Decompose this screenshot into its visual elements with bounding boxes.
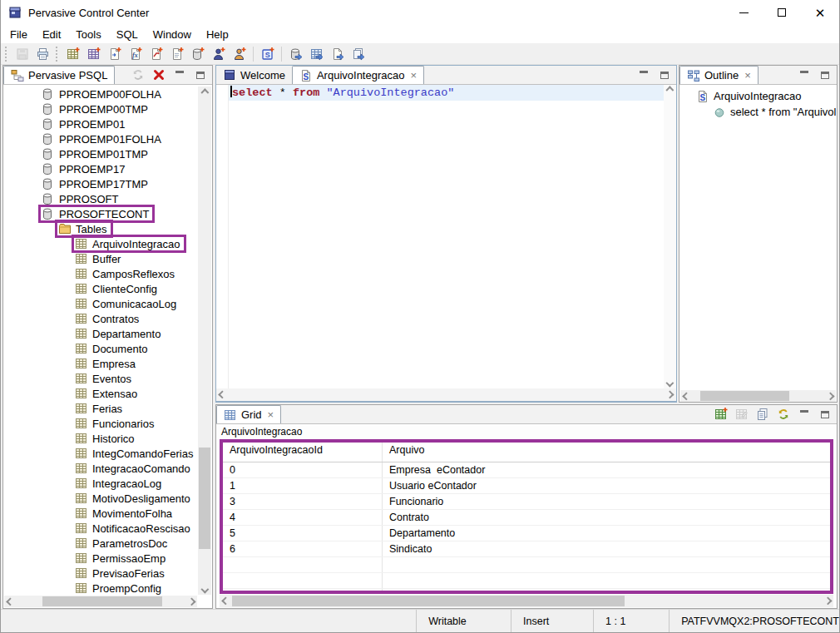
grid-row[interactable]: 6Sindicato xyxy=(223,542,830,557)
outline-item[interactable]: S ArquivoIntegracao xyxy=(679,88,837,104)
menu-tools[interactable]: Tools xyxy=(68,27,108,42)
tab-arquivointegracao[interactable]: S ArquivoIntegracao × xyxy=(292,66,424,84)
new-database-button[interactable] xyxy=(187,45,208,63)
tree-item[interactable]: PPROEMP01FOLHA xyxy=(3,131,197,146)
panel-minimize-button[interactable] xyxy=(797,67,812,82)
grid-horizontal-scrollbar[interactable] xyxy=(220,595,833,607)
tree-item[interactable]: NotificacaoRescisao xyxy=(3,521,197,536)
export-document-button[interactable] xyxy=(327,45,348,63)
grid-cell[interactable] xyxy=(223,557,383,572)
tree-item[interactable]: IntegComandoFerias xyxy=(3,446,197,461)
tab-pervasive-psql[interactable]: Pervasive PSQL xyxy=(3,66,115,84)
grid-cell[interactable]: 0 xyxy=(223,462,383,477)
grid-cell[interactable]: 6 xyxy=(223,542,383,556)
new-procedure-button[interactable] xyxy=(166,45,187,63)
new-table-button[interactable] xyxy=(62,45,83,63)
scroll-right-arrow[interactable] xyxy=(822,595,833,607)
grid-row[interactable]: 1Usuario eContador xyxy=(223,478,830,494)
tree-item[interactable]: Funcionarios xyxy=(3,416,197,431)
panel-maximize-button[interactable] xyxy=(657,67,672,82)
tree-item[interactable]: PermissaoEmp xyxy=(3,551,197,566)
tree-item[interactable]: Empresa xyxy=(3,356,197,371)
grid-cell[interactable]: Contrato xyxy=(383,510,830,525)
editor-horizontal-scrollbar[interactable] xyxy=(216,388,676,401)
tree-item[interactable]: ComunicacaoLog xyxy=(3,296,197,311)
tree-horizontal-scrollbar[interactable] xyxy=(4,596,197,607)
new-group-button[interactable] xyxy=(229,45,250,63)
copy-button[interactable] xyxy=(755,407,770,422)
menu-file[interactable]: File xyxy=(2,27,35,42)
tree-item[interactable]: PrevisaoFerias xyxy=(3,566,197,581)
stop-button[interactable] xyxy=(151,67,166,82)
tree-item[interactable]: Extensao xyxy=(3,386,197,401)
panel-maximize-button[interactable] xyxy=(818,67,833,82)
grid-column-header[interactable]: ArquivoIntegracaoId xyxy=(223,443,383,462)
tree-item[interactable]: Contratos xyxy=(3,311,197,326)
scroll-up-arrow[interactable] xyxy=(198,87,211,98)
grid-empty-row[interactable] xyxy=(223,573,830,589)
scroll-down-arrow[interactable] xyxy=(198,583,211,595)
tab-grid[interactable]: Grid × xyxy=(216,405,281,423)
grid-cell[interactable]: 4 xyxy=(223,510,383,525)
grid-cell[interactable]: Sindicato xyxy=(383,542,830,556)
tab-close-icon[interactable]: × xyxy=(268,408,274,421)
print-button[interactable] xyxy=(32,45,53,63)
grid-cell[interactable]: 5 xyxy=(223,526,383,541)
grid-cell[interactable]: 3 xyxy=(223,494,383,509)
scrollbar-thumb[interactable] xyxy=(42,596,162,606)
scroll-right-arrow[interactable] xyxy=(666,391,674,399)
menu-edit[interactable]: Edit xyxy=(35,27,68,42)
import-database-button[interactable] xyxy=(285,45,306,63)
panel-minimize-button[interactable] xyxy=(172,67,187,82)
grid-row[interactable]: 3Funcionario xyxy=(223,494,830,510)
tree-item[interactable]: ArquivoIntegracao xyxy=(3,236,197,251)
tab-close-icon[interactable]: × xyxy=(410,69,417,82)
tree-item[interactable]: PPROEMP17 xyxy=(3,161,197,176)
tree-item[interactable]: ParametrosDoc xyxy=(3,536,197,551)
tree-item[interactable]: PPROEMP00TMP xyxy=(3,101,197,116)
close-button[interactable]: ✕ xyxy=(801,0,839,25)
tree-item[interactable]: ProempConfig xyxy=(3,581,197,595)
tree-item[interactable]: CamposReflexos xyxy=(3,266,197,281)
minimize-button[interactable] xyxy=(724,0,763,25)
grid-cell[interactable]: Empresa eContador xyxy=(383,462,830,477)
new-trigger-button[interactable] xyxy=(146,45,166,63)
menu-sql[interactable]: SQL xyxy=(109,27,146,42)
scroll-right-arrow[interactable] xyxy=(824,390,836,402)
panel-maximize-button[interactable] xyxy=(193,67,208,82)
tree-item[interactable]: Ferias xyxy=(3,401,197,416)
tree-item[interactable]: Departamento xyxy=(3,326,197,341)
menu-help[interactable]: Help xyxy=(199,27,236,42)
scrollbar-thumb[interactable] xyxy=(700,391,789,401)
scroll-up-arrow[interactable] xyxy=(666,87,674,95)
scroll-left-arrow[interactable] xyxy=(220,595,231,607)
tree-item[interactable]: IntegracaoComando xyxy=(3,461,197,476)
sql-editor-body[interactable]: select * from "ArquivoIntegracao" xyxy=(216,85,676,388)
sql-editor-button[interactable]: S xyxy=(257,45,278,63)
panel-minimize-button[interactable] xyxy=(797,407,812,422)
grid-column-header[interactable]: Arquivo xyxy=(383,443,830,462)
grid-cell[interactable] xyxy=(223,573,383,588)
scroll-down-arrow[interactable] xyxy=(666,379,674,388)
tree-item[interactable]: PPROEMP01TMP xyxy=(3,146,197,161)
add-row-button[interactable] xyxy=(714,407,729,422)
export-documents-button[interactable] xyxy=(348,45,368,63)
scroll-left-arrow[interactable] xyxy=(680,390,692,402)
sql-statement-line[interactable]: select * from "ArquivoIntegracao" xyxy=(229,85,664,101)
new-view-button[interactable] xyxy=(83,45,104,63)
new-user-button[interactable] xyxy=(208,45,229,63)
panel-maximize-button[interactable] xyxy=(818,407,833,422)
tree-item[interactable]: Buffer xyxy=(3,251,197,266)
editor-vertical-scrollbar[interactable] xyxy=(664,85,676,388)
outline-horizontal-scrollbar[interactable] xyxy=(680,390,836,402)
tree-item[interactable]: PPROEMP01 xyxy=(3,116,197,131)
grid-cell[interactable]: Departamento xyxy=(383,526,830,541)
grid-cell[interactable] xyxy=(383,557,830,572)
tree-item[interactable]: Eventos xyxy=(3,371,197,386)
grid-empty-row[interactable] xyxy=(223,557,830,573)
grid-cell[interactable]: Funcionario xyxy=(383,494,830,509)
menu-window[interactable]: Window xyxy=(146,27,199,42)
maximize-button[interactable] xyxy=(763,0,801,25)
tree-item[interactable]: ClienteConfig xyxy=(3,281,197,296)
scroll-left-arrow[interactable] xyxy=(4,596,16,607)
